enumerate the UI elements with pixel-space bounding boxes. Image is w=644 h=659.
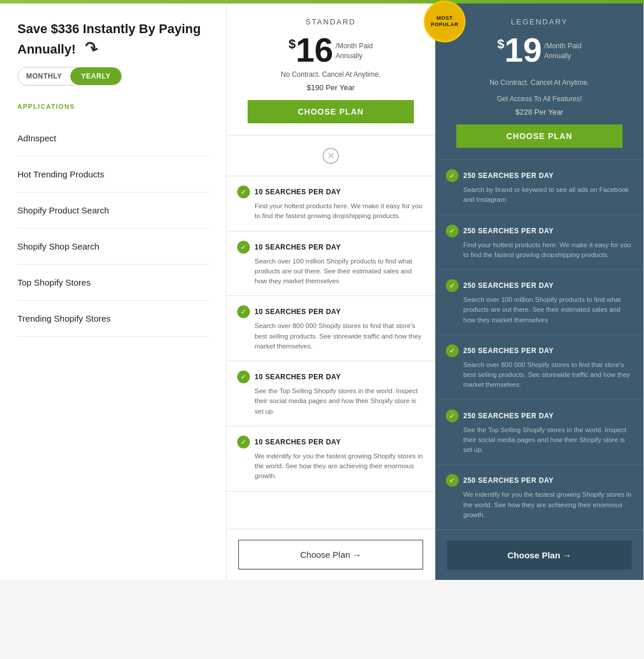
save-heading: Save $336 Instantly By Paying Annually! … [17, 21, 209, 59]
sidebar-item-shopify-shop-search: Shopify Shop Search [17, 229, 209, 265]
legendary-no-contract: No Contract. Cancel At Anytime. Get Acce… [447, 70, 632, 103]
legendary-price-row: $ 19 /Month Paid Annually [447, 33, 632, 67]
check-icon: ✓ [446, 409, 459, 422]
standard-feature-4-title: 10 SEARCHES PER DAY [255, 373, 341, 381]
legendary-bottom-choose-btn[interactable]: Choose Plan → [447, 541, 632, 569]
legendary-feature-3-desc: Search over 800 000 Shopify stores to fi… [446, 360, 633, 390]
check-icon: ✓ [237, 241, 250, 254]
save-heading-text: Save $336 Instantly By Paying Annually! [17, 22, 201, 56]
legendary-features-section: ✓ 250 SEARCHES PER DAY Search by brand o… [435, 160, 643, 530]
check-icon: ✓ [446, 279, 459, 292]
legendary-price-amount: 19 [505, 33, 542, 67]
check-icon: ✓ [446, 225, 459, 237]
legendary-feature-5: ✓ 250 SEARCHES PER DAY We indentify for … [435, 465, 643, 530]
standard-feature-2-title: 10 SEARCHES PER DAY [255, 243, 341, 251]
applications-label: APPLICATIONS [17, 103, 209, 110]
sidebar-item-top-shopify-stores: Top Shopify Stores [17, 265, 209, 301]
legendary-feature-4: ✓ 250 SEARCHES PER DAY See the Top Selli… [435, 400, 643, 465]
standard-price-detail: /Month Paid Annually [335, 33, 373, 61]
standard-feature-1: ✓ 10 SEARCHES PER DAY Find your hottest … [227, 176, 435, 231]
legendary-plan-name: LEGENDARY [447, 17, 632, 26]
legendary-feature-3-title: 250 SEARCHES PER DAY [463, 347, 554, 355]
standard-feature-3-title: 10 SEARCHES PER DAY [255, 308, 341, 316]
standard-price-amount: 16 [296, 33, 334, 67]
legendary-feature-2-desc: Search over 100 million Shopify products… [446, 295, 633, 325]
legendary-bottom-choose: Choose Plan → [435, 530, 643, 580]
badge-popular: POPULAR [431, 22, 459, 28]
sidebar: Save $336 Instantly By Paying Annually! … [0, 3, 227, 580]
standard-feature-1-title: 10 SEARCHES PER DAY [255, 188, 341, 196]
most-popular-badge: MOST POPULAR [424, 1, 466, 42]
sidebar-item-hot-trending: Hot Trending Products [17, 156, 209, 193]
legendary-feature-5-title: 250 SEARCHES PER DAY [463, 476, 554, 485]
legendary-feature-5-desc: We indentify for you the fastest growing… [446, 490, 633, 520]
check-icon: ✓ [446, 344, 459, 357]
standard-feature-4-desc: See the Top Selling Shopify stores in th… [237, 386, 424, 416]
monthly-toggle-btn[interactable]: MONTHLY [18, 67, 70, 85]
legendary-feature-4-title: 250 SEARCHES PER DAY [463, 412, 554, 420]
main-container: Save $336 Instantly By Paying Annually! … [0, 3, 644, 580]
legendary-price-detail: /Month Paid Annually [544, 33, 581, 61]
legendary-feature-1-title: 250 SEARCHES PER DAY [463, 227, 554, 235]
legendary-choose-plan-btn[interactable]: CHOOSE PLAN [456, 124, 622, 148]
standard-feature-3: ✓ 10 SEARCHES PER DAY Search over 800 00… [227, 296, 435, 361]
legendary-plan-header: LEGENDARY $ 19 /Month Paid Annually No C… [435, 3, 643, 160]
legendary-feature-1: ✓ 250 SEARCHES PER DAY Find your hottest… [435, 215, 643, 270]
legendary-feature-0: ✓ 250 SEARCHES PER DAY Search by brand o… [435, 160, 643, 215]
legendary-feature-2: ✓ 250 SEARCHES PER DAY Search over 100 m… [435, 270, 643, 335]
standard-no-contract: No Contract. Cancel At Anytime. [238, 70, 423, 79]
legendary-feature-0-desc: Search by brand or keyword to see all ad… [446, 185, 633, 205]
check-icon: ✓ [237, 305, 250, 318]
standard-bottom-choose-btn[interactable]: Choose Plan → [238, 540, 423, 569]
legendary-plan-column: MOST POPULAR LEGENDARY $ 19 /Month Paid … [435, 3, 644, 580]
standard-plan-header: STANDARD $ 16 /Month Paid Annually No Co… [227, 3, 435, 136]
standard-feature-5-desc: We indentify for you the fastest growing… [237, 451, 424, 482]
yearly-toggle-btn[interactable]: YEARLY [70, 67, 121, 85]
standard-feature-5-title: 10 SEARCHES PER DAY [255, 438, 341, 446]
legendary-per-year: $228 Per Year [447, 108, 632, 116]
standard-feature-5: ✓ 10 SEARCHES PER DAY We indentify for y… [227, 426, 435, 491]
sidebar-item-adinspect: AdInspect [17, 120, 209, 156]
standard-price-row: $ 16 /Month Paid Annually [238, 33, 423, 67]
badge-most: MOST [437, 15, 453, 22]
legendary-feature-2-title: 250 SEARCHES PER DAY [463, 282, 554, 290]
legendary-feature-0-title: 250 SEARCHES PER DAY [463, 172, 554, 180]
standard-plan-column: STANDARD $ 16 /Month Paid Annually No Co… [227, 3, 435, 580]
standard-plan-name: STANDARD [238, 17, 423, 26]
legendary-feature-4-desc: See the Top Selling Shopify stores in th… [446, 425, 633, 455]
most-popular-badge-container: MOST POPULAR [424, 1, 466, 42]
standard-feature-2-desc: Search over 100 million Shopify products… [237, 257, 424, 287]
standard-feature-4: ✓ 10 SEARCHES PER DAY See the Top Sellin… [227, 361, 435, 426]
legendary-price-dollar: $ [498, 37, 505, 52]
standard-feature-2: ✓ 10 SEARCHES PER DAY Search over 100 mi… [227, 231, 435, 297]
disabled-icon: ✕ [323, 148, 339, 164]
check-icon: ✓ [237, 186, 250, 198]
legendary-feature-1-desc: Find your hottest products here. We make… [446, 240, 633, 261]
billing-toggle[interactable]: MONTHLY YEARLY [17, 67, 122, 86]
legendary-feature-3: ✓ 250 SEARCHES PER DAY Search over 800 0… [435, 335, 643, 400]
sidebar-item-shopify-product-search: Shopify Product Search [17, 193, 209, 229]
pricing-columns: STANDARD $ 16 /Month Paid Annually No Co… [227, 3, 644, 580]
standard-adinspect-disabled: ✕ [227, 136, 435, 176]
standard-choose-plan-btn[interactable]: CHOOSE PLAN [248, 100, 414, 123]
standard-features-section: ✕ ✓ 10 SEARCHES PER DAY Find your hottes… [227, 136, 435, 529]
arrow-icon: ↷ [81, 36, 101, 60]
standard-per-year: $190 Per Year [238, 83, 423, 92]
standard-feature-3-desc: Search over 800 000 Shopify stores to fi… [237, 321, 424, 351]
sidebar-item-trending-shopify-stores: Trending Shopify Stores [17, 301, 209, 337]
standard-bottom-choose: Choose Plan → [227, 529, 435, 580]
standard-feature-1-desc: Find your hottest products here. We make… [237, 201, 424, 222]
check-icon: ✓ [446, 474, 459, 487]
check-icon: ✓ [237, 371, 250, 383]
check-icon: ✓ [237, 436, 250, 448]
standard-price-dollar: $ [289, 37, 296, 52]
check-icon: ✓ [446, 169, 459, 182]
